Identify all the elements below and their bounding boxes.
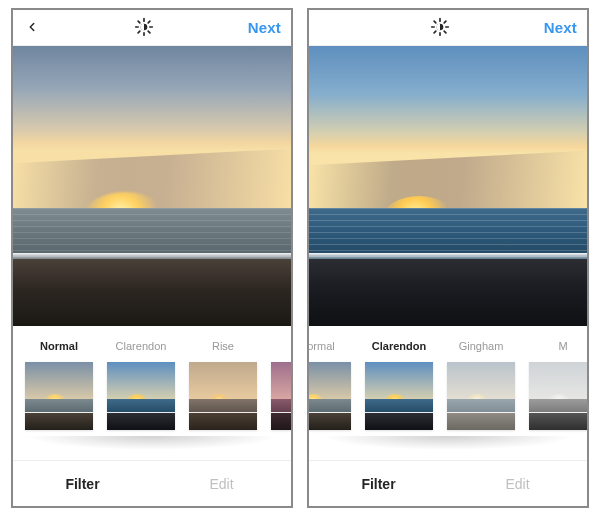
tab-edit[interactable]: Edit [152, 461, 291, 506]
filter-option-gingham[interactable]: Gingham [447, 340, 515, 460]
next-button[interactable]: Next [544, 19, 577, 36]
filter-option-clarendon[interactable]: Clarendon [365, 340, 433, 460]
back-button[interactable] [23, 18, 41, 36]
comparison-stage: Next Normal Clarendon Rise [0, 0, 600, 519]
editor-header: Next [13, 10, 291, 46]
filter-strip[interactable]: Normal Clarendon Gingham M [309, 326, 587, 460]
brightness-icon [430, 17, 450, 37]
bottom-tabs: Filter Edit [309, 460, 587, 506]
filter-strip[interactable]: Normal Clarendon Rise Val [13, 326, 291, 460]
photo-preview[interactable] [13, 46, 291, 326]
filter-option-rise[interactable]: Rise [189, 340, 257, 460]
filter-option-normal[interactable]: Normal [25, 340, 93, 460]
tab-filter[interactable]: Filter [309, 461, 448, 506]
lux-button[interactable] [430, 17, 450, 37]
filter-label: Normal [40, 340, 78, 356]
filter-option-clarendon[interactable]: Clarendon [107, 340, 175, 460]
photo-preview[interactable] [309, 46, 587, 326]
filter-label: Normal [309, 340, 335, 356]
filter-thumb [107, 362, 175, 430]
filter-label: M [558, 340, 567, 356]
filter-thumb [529, 362, 587, 430]
bottom-tabs: Filter Edit [13, 460, 291, 506]
filter-option-normal[interactable]: Normal [309, 340, 351, 460]
filter-thumb [309, 362, 351, 430]
filter-thumb [447, 362, 515, 430]
phone-left: Next Normal Clarendon Rise [11, 8, 293, 508]
filter-thumb [271, 362, 291, 430]
filter-label: Rise [212, 340, 234, 356]
tab-edit[interactable]: Edit [448, 461, 587, 506]
filter-thumb [189, 362, 257, 430]
next-button[interactable]: Next [248, 19, 281, 36]
lux-button[interactable] [134, 17, 154, 37]
brightness-icon [134, 17, 154, 37]
filter-label: Clarendon [372, 340, 426, 356]
chevron-left-icon [25, 20, 39, 34]
filter-option-moon[interactable]: M [529, 340, 587, 460]
phone-right: Next Normal Clarendon Gingham [307, 8, 589, 508]
editor-header: Next [309, 10, 587, 46]
filter-thumb [25, 362, 93, 430]
filter-label: Gingham [459, 340, 504, 356]
filter-label: Clarendon [116, 340, 167, 356]
filter-thumb [365, 362, 433, 430]
filter-option-valencia[interactable]: Val [271, 340, 291, 460]
tab-filter[interactable]: Filter [13, 461, 152, 506]
